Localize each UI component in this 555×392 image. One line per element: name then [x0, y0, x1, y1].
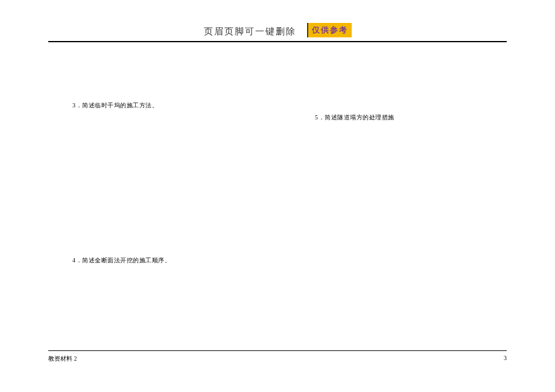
header-content: 页眉页脚可一键删除 仅供参考	[0, 23, 555, 40]
header-badge: 仅供参考	[307, 23, 352, 37]
question-3: 3．简述临时干坞的施工方法。	[72, 101, 158, 110]
page-header: 页眉页脚可一键删除 仅供参考	[0, 23, 555, 42]
question-4: 4．简述全断面法开挖的施工顺序。	[72, 256, 171, 265]
document-body: 3．简述临时干坞的施工方法。 4．简述全断面法开挖的施工顺序。 5．简述隧道塌方…	[48, 48, 507, 350]
footer-content: 教资材料 2 3	[48, 355, 507, 363]
header-rule	[48, 41, 507, 42]
page-footer: 教资材料 2 3	[48, 350, 507, 363]
page-number: 3	[504, 355, 507, 363]
question-5: 5．简述隧道塌方的处理措施	[315, 113, 395, 122]
footer-left-text: 教资材料 2	[48, 355, 77, 363]
header-text: 页眉页脚可一键删除	[204, 26, 296, 37]
footer-rule	[48, 350, 507, 351]
